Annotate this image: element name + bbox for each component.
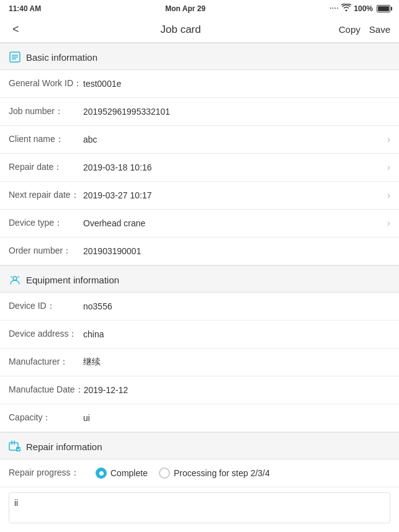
basic-info-arrow-2: ›: [387, 134, 390, 145]
basic-info-value-3: 2019-03-18 10:16: [83, 162, 152, 172]
nav-actions: Copy Save: [339, 24, 390, 35]
basic-info-arrow-4: ›: [387, 190, 390, 201]
equipment-info-icon: [9, 273, 21, 286]
equip-info-label-1: Device address：: [9, 329, 83, 340]
basic-info-row-5[interactable]: Device type： Overhead crane ›: [0, 210, 399, 237]
spacer: [0, 528, 399, 532]
basic-info-row-6: Order number： 201903190001: [0, 237, 399, 265]
basic-info-arrow-3: ›: [387, 162, 390, 173]
equip-info-label-4: Capacity：: [9, 412, 83, 423]
signal-icon: ····: [330, 5, 339, 12]
repair-progress-options: Complete Processing for step 2/3/4: [96, 468, 270, 479]
basic-info-arrow-5: ›: [387, 218, 390, 229]
equip-info-value-3: 2019-12-12: [84, 385, 128, 395]
option-complete-label: Complete: [110, 468, 148, 478]
equip-info-row-0: Device ID： no3556: [0, 293, 399, 321]
equipment-info-section-header: Equipment information: [0, 265, 399, 293]
basic-info-row-4[interactable]: Next repair date： 2019-03-27 10:17 ›: [0, 182, 399, 210]
page-title: Job card: [161, 24, 201, 36]
status-bar: 11:40 AM Mon Apr 29 ···· 100%: [0, 0, 399, 17]
repair-info-section-header: Repair information: [0, 432, 399, 459]
basic-info-row-left-5: Device type： Overhead crane: [9, 218, 387, 229]
battery-percentage: 100%: [354, 4, 373, 13]
equipment-info-title: Equipment information: [26, 275, 119, 285]
basic-info-label-6: Order number：: [9, 246, 83, 257]
repair-info-icon: [9, 440, 21, 453]
back-button[interactable]: <: [9, 22, 23, 37]
wifi-icon: [341, 4, 351, 13]
repair-text-content: ii: [14, 498, 18, 508]
basic-info-label-5: Device type：: [9, 218, 83, 229]
basic-info-value-2: abc: [83, 135, 97, 144]
option-processing[interactable]: Processing for step 2/3/4: [159, 468, 270, 479]
svg-rect-6: [16, 447, 20, 451]
basic-info-label-2: Client name：: [9, 134, 83, 145]
basic-info-row-left-4: Next repair date： 2019-03-27 10:17: [9, 190, 387, 201]
basic-info-section-header: Basic information: [0, 43, 399, 70]
basic-info-label-1: Job number：: [9, 106, 83, 117]
save-button[interactable]: Save: [369, 24, 390, 35]
equip-info-row-2: Manufacturer： 继续: [0, 348, 399, 376]
repair-text-area[interactable]: ii: [9, 492, 390, 523]
equip-info-row-3: Manufactue Date： 2019-12-12: [0, 376, 399, 404]
status-date: Mon Apr 29: [165, 4, 205, 13]
equip-info-row-4: Capacity： ui: [0, 404, 399, 432]
basic-info-value-6: 201903190001: [83, 246, 141, 256]
basic-info-row-0: General Work ID： test0001e: [0, 70, 399, 98]
equip-info-value-2: 继续: [83, 357, 101, 368]
status-right: ···· 100%: [330, 4, 390, 13]
basic-info-row-left-3: Repair date： 2019-03-18 10:16: [9, 162, 387, 173]
basic-info-title: Basic information: [26, 52, 97, 63]
equip-info-value-1: china: [83, 329, 104, 339]
equip-info-row-1: Device address： china: [0, 321, 399, 348]
svg-point-4: [13, 277, 17, 280]
repair-progress-label: Repair progress：: [9, 468, 83, 479]
equip-info-value-0: no3556: [83, 301, 112, 311]
basic-info-rows: General Work ID： test0001e Job number： 2…: [0, 70, 399, 265]
basic-info-value-4: 2019-03-27 10:17: [83, 190, 152, 200]
basic-info-label-0: General Work ID：: [9, 78, 83, 89]
battery-icon: [377, 5, 390, 12]
nav-bar: < Job card Copy Save: [0, 17, 399, 43]
equip-info-label-0: Device ID：: [9, 301, 83, 312]
equipment-info-rows: Device ID： no3556 Device address： china …: [0, 293, 399, 432]
basic-info-row-3[interactable]: Repair date： 2019-03-18 10:16 ›: [0, 154, 399, 182]
copy-button[interactable]: Copy: [339, 24, 361, 35]
basic-info-row-left-2: Client name： abc: [9, 134, 387, 145]
status-time: 11:40 AM: [9, 4, 41, 13]
basic-info-value-0: test0001e: [83, 79, 122, 89]
basic-info-row-2[interactable]: Client name： abc ›: [0, 126, 399, 154]
option-complete[interactable]: Complete: [96, 468, 148, 479]
basic-info-label-4: Next repair date：: [9, 190, 83, 201]
repair-info-title: Repair information: [26, 441, 102, 452]
equip-info-value-4: ui: [83, 413, 90, 423]
option-processing-label: Processing for step 2/3/4: [174, 468, 270, 478]
basic-info-label-3: Repair date：: [9, 162, 83, 173]
equip-info-label-2: Manufacturer：: [9, 357, 83, 368]
basic-info-value-1: 201952961995332101: [83, 107, 170, 117]
basic-info-row-1: Job number： 201952961995332101: [0, 98, 399, 126]
repair-progress-row: Repair progress： Complete Processing for…: [0, 459, 399, 487]
basic-info-icon: [9, 51, 21, 63]
equip-info-label-3: Manufactue Date：: [9, 384, 84, 396]
radio-processing-unchecked: [159, 468, 170, 479]
radio-complete-checked: [96, 468, 107, 479]
basic-info-value-5: Overhead crane: [83, 218, 145, 228]
